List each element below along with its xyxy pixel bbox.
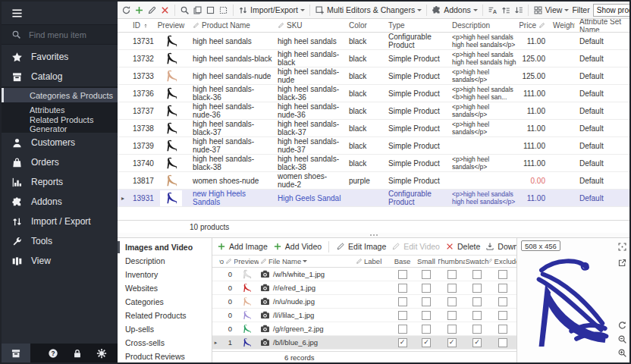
row-expander[interactable]: ▸ <box>118 190 128 206</box>
sidebar-item-favorites[interactable]: Favorites <box>2 47 118 67</box>
header-exclude[interactable]: Exclude <box>489 257 516 265</box>
edit-product-button[interactable] <box>147 5 157 15</box>
checkbox[interactable] <box>422 325 431 334</box>
product-row[interactable]: 13817 women shoes-nudewomen shoes-nude-2… <box>118 172 629 190</box>
checkbox[interactable]: ✓ <box>422 338 431 347</box>
checkbox[interactable] <box>472 284 482 293</box>
header-sku[interactable]: SKU <box>273 19 344 32</box>
header-label[interactable]: Label <box>356 257 391 265</box>
addons-menu[interactable]: Addons <box>432 5 478 15</box>
sidebar-item-tools[interactable]: Tools <box>2 231 118 251</box>
tab-description[interactable]: Description <box>118 254 212 268</box>
settings-button[interactable] <box>89 344 114 362</box>
sidebar-item-view[interactable]: View <box>2 251 118 271</box>
product-row[interactable]: ▸13931 new High Heels SandalsHigh Geels … <box>118 190 629 207</box>
checkbox[interactable] <box>472 311 482 320</box>
checkbox[interactable] <box>498 297 507 306</box>
paste-special-button[interactable] <box>218 5 228 15</box>
checkbox-mode-button[interactable] <box>206 5 215 15</box>
checkbox[interactable] <box>498 311 507 320</box>
download-image-button[interactable]: Download Image <box>485 242 516 251</box>
help-button[interactable]: ? <box>41 344 65 362</box>
zoom-out-icon[interactable] <box>617 334 627 344</box>
header-description[interactable]: Description <box>447 19 520 32</box>
sidebar-item-customers[interactable]: Customers <box>2 133 118 152</box>
checkbox[interactable] <box>498 338 507 347</box>
view-menu[interactable]: View <box>533 5 570 15</box>
tab-websites[interactable]: Websites <box>118 281 212 295</box>
zoom-in-icon[interactable] <box>617 348 627 358</box>
header-price[interactable]: Price <box>520 19 548 32</box>
refresh-button[interactable] <box>121 5 131 15</box>
store-button[interactable] <box>2 344 30 362</box>
image-row[interactable]: 0 /w/h/white_1.jpg <box>212 268 516 281</box>
search-products-button[interactable] <box>180 5 190 15</box>
checkbox[interactable] <box>398 270 407 279</box>
header-attribute-set[interactable]: Attribute Set Name <box>575 19 629 32</box>
product-row[interactable]: 13738 high heel sandals-black-37high hee… <box>118 120 629 137</box>
checkbox[interactable] <box>472 270 482 279</box>
move-up-button[interactable] <box>501 5 510 15</box>
checkbox[interactable] <box>398 311 407 320</box>
menu-toggle-button[interactable] <box>2 2 118 24</box>
add-product-button[interactable] <box>134 5 144 15</box>
lock-button[interactable] <box>65 344 89 362</box>
checkbox[interactable] <box>447 270 457 279</box>
tab-related-products[interactable]: Related Products <box>118 309 212 322</box>
header-preview[interactable]: Preview <box>154 19 188 32</box>
checkbox[interactable] <box>447 311 457 320</box>
translate-button[interactable]: A <box>488 5 498 15</box>
checkbox[interactable] <box>422 270 431 279</box>
open-external-icon[interactable] <box>617 258 627 268</box>
checkbox[interactable]: ✓ <box>472 338 482 347</box>
header-preview[interactable]: Preview <box>234 257 259 265</box>
product-row[interactable]: 13732 high heel sandals-blackhigh heel s… <box>118 50 629 67</box>
product-row[interactable]: 13740 high heel sandals-black-38high hee… <box>118 155 629 172</box>
add-image-button[interactable]: Add Image <box>217 242 268 251</box>
delete-product-button[interactable] <box>160 5 170 15</box>
image-row[interactable]: 0 /r/e/red_1.jpg <box>212 281 516 295</box>
checkbox[interactable] <box>422 284 431 293</box>
row-expander[interactable]: ▸ <box>212 336 219 349</box>
header-base[interactable]: Base <box>391 257 414 265</box>
header-thumbnail[interactable]: Thumbna <box>438 257 465 265</box>
product-row[interactable]: 13731 high heel sandalshigh heel sandals… <box>118 33 629 50</box>
product-row[interactable]: 13736 high heel sandals-black-36high hee… <box>118 85 629 102</box>
sidebar-item-reports[interactable]: Reports <box>2 172 118 192</box>
checkbox[interactable] <box>398 297 407 306</box>
checkbox[interactable] <box>398 325 407 334</box>
tab-inventory[interactable]: Inventory <box>118 268 212 281</box>
header-swatch[interactable]: Swatch <box>465 257 489 265</box>
header-small[interactable]: Small <box>414 257 438 265</box>
product-row[interactable]: 13739 high heel sandals-nude-37high heel… <box>118 137 629 155</box>
image-row[interactable]: 0 /l/i/lilac_1.jpg <box>212 309 516 322</box>
delete-image-button[interactable]: Delete <box>445 242 480 251</box>
filter-products-select[interactable]: Show products from selected categories <box>593 4 629 17</box>
checkbox[interactable] <box>472 297 482 306</box>
checkbox[interactable] <box>422 297 431 306</box>
image-row[interactable]: 0 /n/u/nude.jpg <box>212 295 516 309</box>
tab-product-reviews[interactable]: Product Reviews <box>118 350 212 362</box>
checkbox[interactable] <box>422 311 431 320</box>
checkbox[interactable] <box>398 284 407 293</box>
edit-video-button[interactable]: Edit Video <box>391 242 440 251</box>
sidebar-item-orders[interactable]: Orders <box>2 152 118 172</box>
sidebar-item-import-export[interactable]: Import / Export <box>2 212 118 231</box>
checkbox[interactable] <box>498 284 507 293</box>
header-weight[interactable]: Weight <box>548 19 575 32</box>
tab-images-and-video[interactable]: Images and Video <box>118 240 212 254</box>
sidebar-item-catalog[interactable]: Catalog <box>2 67 118 86</box>
sidebar-subitem-related-products-generator[interactable]: Related Products Generator <box>2 117 118 131</box>
tab-up-sells[interactable]: Up-sells <box>118 322 212 336</box>
checkbox[interactable] <box>498 270 507 279</box>
sidebar-item-addons[interactable]: Addons <box>2 192 118 212</box>
image-row[interactable]: 0 /g/r/green_2.jpg <box>212 322 516 336</box>
import-export-menu[interactable]: Import/Export <box>238 5 305 15</box>
sidebar-subitem-categories-products[interactable]: Categories & Products <box>2 88 118 102</box>
product-row[interactable]: 13737 high heel sandals-nude-36high heel… <box>118 102 629 120</box>
header-product-name[interactable]: Product Name <box>188 19 273 32</box>
header-color[interactable]: Color <box>344 19 384 32</box>
checkbox[interactable]: ✓ <box>447 338 457 347</box>
checkbox[interactable] <box>447 297 457 306</box>
copy-button[interactable] <box>193 5 202 15</box>
